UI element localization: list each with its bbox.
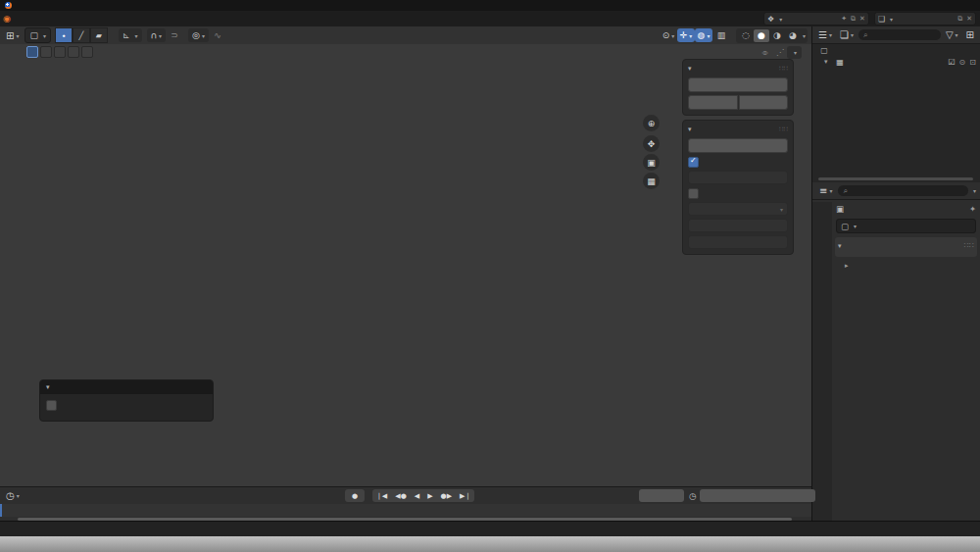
page-height-field[interactable] bbox=[688, 235, 788, 249]
viewport-3d[interactable]: ⌯ ⋰ ▾ ⊕ ✥ ▣ ▦ ▾ ∷∷ bbox=[0, 44, 811, 486]
timer-icon: ◷ bbox=[689, 491, 697, 501]
status-bar bbox=[0, 521, 980, 537]
blender-menu-icon[interactable]: ◉ bbox=[0, 14, 14, 24]
select-set-option[interactable] bbox=[26, 46, 38, 58]
mark-seam-button[interactable] bbox=[688, 95, 738, 110]
timeline-ruler[interactable] bbox=[0, 504, 811, 517]
end-frame-field[interactable] bbox=[753, 489, 815, 502]
pin-icon[interactable]: ✦ bbox=[841, 15, 847, 23]
ortho-grid-icon[interactable]: ▦ bbox=[643, 173, 660, 189]
clear-seam-button[interactable] bbox=[739, 95, 789, 110]
unfold-panel-header[interactable]: ▾ ∷∷ bbox=[688, 63, 788, 75]
panel-grip-icon[interactable]: ∷∷ bbox=[779, 125, 788, 133]
workspace-tabs bbox=[27, 11, 522, 26]
jump-to-end-icon[interactable]: ▶❘ bbox=[456, 492, 474, 500]
prev-keyframe-icon[interactable]: ◀● bbox=[391, 492, 411, 500]
gizmos-toggle[interactable]: ✛▾ bbox=[677, 28, 695, 42]
panel-grip-icon[interactable]: ∷∷ bbox=[779, 65, 788, 73]
zoom-icon[interactable]: ⊕ bbox=[643, 115, 660, 131]
panel-grip-icon[interactable]: ∷∷ bbox=[964, 241, 974, 250]
object-name-field[interactable]: ▢ ▾ bbox=[836, 219, 976, 233]
options-dropdown[interactable]: ▾ bbox=[787, 46, 802, 59]
transform-panel-header[interactable]: ▾ ∷∷ bbox=[838, 239, 974, 252]
outliner-search[interactable]: ⌕ bbox=[858, 29, 941, 40]
filter-icon[interactable]: ▽▾ bbox=[943, 28, 961, 42]
copy-icon[interactable]: ⧉ bbox=[851, 15, 856, 23]
operator-panel: ▾ bbox=[39, 379, 214, 422]
proportional-editing-button[interactable]: ◎▾ bbox=[188, 28, 209, 42]
scene-selector[interactable]: ❖ ▾ ✦ ⧉ ✕ bbox=[763, 12, 869, 25]
chevron-down-icon: ▾ bbox=[854, 223, 857, 229]
transform-orientation-dropdown[interactable]: ⊾ ▾ bbox=[119, 28, 142, 42]
jump-to-start-icon[interactable]: ❘◀ bbox=[372, 492, 391, 500]
editor-type-button[interactable]: ⊞▾ bbox=[3, 28, 22, 42]
select-extend-option[interactable] bbox=[40, 46, 52, 58]
next-keyframe-icon[interactable]: ●▶ bbox=[437, 492, 457, 500]
rendered-shading-button[interactable]: ◕ bbox=[785, 29, 801, 42]
display-mode-button[interactable]: ❏▾ bbox=[837, 28, 857, 42]
navigation-gizmo[interactable] bbox=[612, 56, 683, 119]
auto-keying-button[interactable]: ● bbox=[345, 489, 365, 502]
properties-search[interactable]: ⌕ bbox=[838, 185, 968, 196]
select-subtract-option[interactable] bbox=[54, 46, 66, 58]
snap-target-icon[interactable]: ⊃ bbox=[166, 28, 183, 42]
export-panel-header[interactable]: ▾ ∷∷ bbox=[688, 124, 788, 135]
delta-transform-section[interactable]: ▸ bbox=[835, 259, 977, 272]
export-paper-model-button[interactable] bbox=[688, 138, 788, 153]
solid-shading-button[interactable]: ● bbox=[754, 29, 769, 42]
viewport-header: ⊞▾ ▢ ▾ ∙ ╱ ▰ ⊾ ▾ ∩▾ ⊃ ◎▾ ∿ ⊙▾ ✛▾ ◍▾ ▥ bbox=[0, 26, 811, 45]
editor-type-button[interactable]: ≡▾ bbox=[816, 184, 835, 198]
page-size-dropdown[interactable]: ▾ bbox=[688, 202, 788, 216]
copy-icon[interactable]: ⧉ bbox=[957, 15, 962, 23]
edit-mode-icon: ▢ bbox=[29, 30, 38, 40]
current-frame-field[interactable] bbox=[639, 489, 684, 502]
playhead[interactable] bbox=[0, 504, 2, 517]
select-invert-option[interactable] bbox=[68, 46, 79, 58]
operator-panel-header[interactable]: ▾ bbox=[40, 380, 213, 394]
falloff-icon[interactable]: ∿ bbox=[209, 28, 226, 42]
render-visibility-icon[interactable]: ⊡ bbox=[969, 58, 976, 67]
visibility-dropdown[interactable]: ⊙▾ bbox=[660, 28, 677, 42]
unfold-button[interactable] bbox=[688, 77, 788, 92]
transform-panel: ▾ ∷∷ bbox=[835, 237, 977, 257]
snap-dropdown[interactable]: ∩▾ bbox=[147, 28, 167, 42]
checkbox-icon[interactable]: ☑ bbox=[948, 58, 955, 67]
editor-type-button[interactable]: ◷▾ bbox=[3, 489, 23, 503]
pin-icon[interactable]: ✦ bbox=[969, 204, 976, 214]
close-icon[interactable]: ✕ bbox=[859, 15, 865, 23]
select-tool-options bbox=[26, 46, 93, 58]
model-scale-field[interactable] bbox=[688, 171, 788, 184]
outliner-scrollbar[interactable] bbox=[818, 177, 973, 180]
view-layer-selector[interactable]: ❏ ▾ ⧉ ✕ bbox=[874, 12, 976, 25]
face-select-mode-button[interactable]: ▰ bbox=[90, 27, 108, 43]
start-frame-field[interactable] bbox=[700, 489, 760, 502]
select-intersect-option[interactable] bbox=[81, 46, 93, 58]
disclosure-triangle-icon[interactable]: ▾ bbox=[824, 58, 834, 66]
overlays-toggle[interactable]: ◍▾ bbox=[695, 28, 712, 42]
edge-select-mode-button[interactable]: ╱ bbox=[73, 27, 90, 43]
vertex-select-mode-button[interactable]: ∙ bbox=[55, 27, 73, 43]
properties-header: ≡▾ ⌕ ▾ bbox=[812, 182, 980, 200]
outliner-row-collection[interactable]: ▾ ▦ ☑ ⊙ ⊡ bbox=[812, 56, 980, 68]
hide-eye-icon[interactable]: ⊙ bbox=[959, 58, 966, 67]
close-icon[interactable]: ✕ bbox=[966, 15, 972, 23]
mirror-icon: ⌯ bbox=[762, 48, 768, 58]
wireframe-shading-button[interactable]: ◌ bbox=[738, 29, 754, 42]
editor-type-button[interactable]: ☰▾ bbox=[815, 28, 835, 42]
new-collection-button[interactable]: ⊞ bbox=[963, 28, 977, 42]
limit-island-size-checkbox[interactable] bbox=[688, 188, 699, 199]
outliner-row-scene-collection[interactable]: ▢ bbox=[812, 44, 980, 56]
play-reverse-icon[interactable]: ◀ bbox=[411, 492, 423, 500]
xray-toggle[interactable]: ▥ bbox=[712, 28, 730, 42]
mode-dropdown[interactable]: ▢ ▾ bbox=[24, 27, 51, 43]
chevron-down-icon: ▾ bbox=[779, 16, 782, 23]
play-icon[interactable]: ▶ bbox=[423, 492, 436, 500]
chevron-down-icon: ▾ bbox=[46, 383, 50, 391]
chevron-down-icon[interactable]: ▾ bbox=[973, 187, 976, 194]
material-shading-button[interactable]: ◑ bbox=[769, 29, 785, 42]
automatic-scale-checkbox[interactable] bbox=[688, 157, 699, 168]
camera-view-icon[interactable]: ▣ bbox=[643, 154, 660, 171]
pan-hand-icon[interactable]: ✥ bbox=[643, 135, 660, 152]
page-width-field[interactable] bbox=[688, 219, 788, 232]
create-uvmap-checkbox[interactable] bbox=[46, 400, 57, 411]
